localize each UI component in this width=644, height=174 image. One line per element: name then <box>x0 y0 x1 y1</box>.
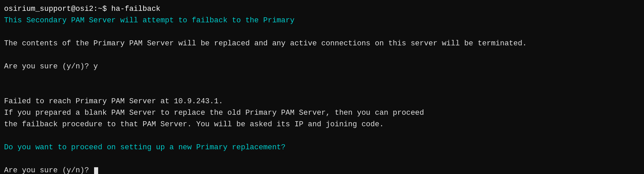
terminal-line-4: Failed to reach Primary PAM Server at 10… <box>4 96 640 107</box>
terminal-line-blank-1 <box>4 26 640 38</box>
terminal-line-3: Are you sure (y/n)? y <box>4 61 640 72</box>
terminal-line-prompt: osirium_support@osi2:~$ ha-failback <box>4 3 640 15</box>
terminal-window[interactable]: osirium_support@osi2:~$ ha-failback This… <box>0 0 644 174</box>
terminal-line-8: Are you sure (y/n)? <box>4 165 640 174</box>
terminal-line-blank-6 <box>4 153 640 165</box>
terminal-line-6: the failback procedure to that PAM Serve… <box>4 119 640 130</box>
terminal-line-blank-5 <box>4 130 640 142</box>
terminal-line-7: Do you want to proceed on setting up a n… <box>4 142 640 153</box>
terminal-line-2: The contents of the Primary PAM Server w… <box>4 38 640 49</box>
terminal-line-blank-4 <box>4 84 640 96</box>
terminal-line-blank-2 <box>4 49 640 61</box>
terminal-line-5: If you prepared a blank PAM Server to re… <box>4 107 640 119</box>
terminal-cursor <box>94 167 98 174</box>
terminal-line-blank-3 <box>4 73 640 84</box>
terminal-line-1: This Secondary PAM Server will attempt t… <box>4 15 640 26</box>
